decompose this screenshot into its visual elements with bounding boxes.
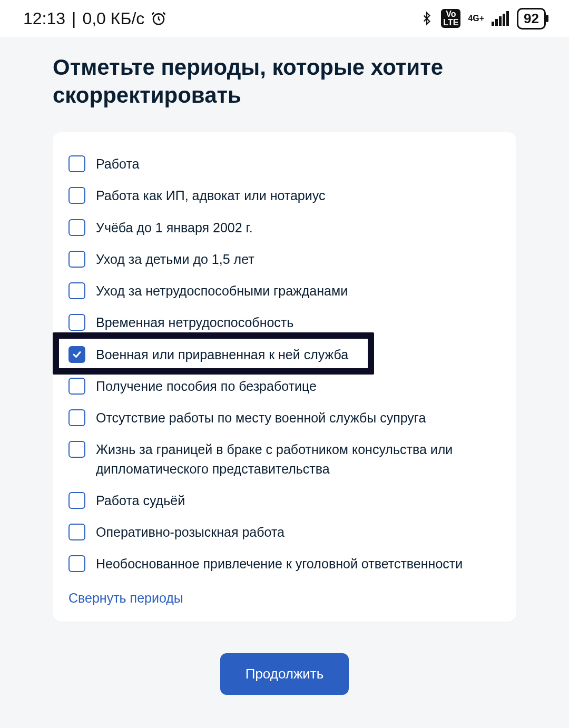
option-row[interactable]: Уход за нетрудоспособными гражданами xyxy=(68,275,501,307)
option-row[interactable]: Получение пособия по безработице xyxy=(68,370,501,402)
checkbox[interactable] xyxy=(68,346,85,363)
continue-wrap: Продолжить xyxy=(53,653,516,695)
option-row[interactable]: Отсутствие работы по месту военной служб… xyxy=(68,402,501,434)
checkbox[interactable] xyxy=(68,555,85,572)
checkbox[interactable] xyxy=(68,492,85,509)
option-label: Военная или приравненная к ней служба xyxy=(96,345,348,364)
checkbox[interactable] xyxy=(68,441,85,458)
checkbox[interactable] xyxy=(68,409,85,426)
statusbar-time: 12:13 xyxy=(23,9,65,28)
option-row[interactable]: Работа как ИП, адвокат или нотариус xyxy=(68,180,501,211)
option-row[interactable]: Временная нетрудоспособность xyxy=(68,307,501,338)
svg-rect-1 xyxy=(492,22,494,26)
battery-percent: 92 xyxy=(524,11,539,27)
option-label: Работа судьёй xyxy=(96,491,185,510)
options-card: РаботаРабота как ИП, адвокат или нотариу… xyxy=(53,132,516,622)
page-content: Отметьте периоды, которые хотите скоррек… xyxy=(0,37,569,726)
option-row[interactable]: Жизнь за границей в браке с работником к… xyxy=(68,434,501,485)
battery-indicator: 92 xyxy=(517,8,546,29)
checkbox[interactable] xyxy=(68,187,85,204)
option-label: Учёба до 1 января 2002 г. xyxy=(96,218,253,237)
svg-rect-5 xyxy=(506,11,509,26)
checkbox[interactable] xyxy=(68,282,85,299)
volte-icon: VoLTE xyxy=(441,9,460,28)
option-label: Оперативно-розыскная работа xyxy=(96,523,284,542)
svg-rect-3 xyxy=(499,16,502,26)
statusbar: 12:13 | 0,0 КБ/с VoLTE 4G+ ↑↓ xyxy=(0,0,569,37)
bluetooth-icon xyxy=(420,11,434,26)
option-row[interactable]: Уход за детьми до 1,5 лет xyxy=(68,243,501,275)
page-title: Отметьте периоды, которые хотите скоррек… xyxy=(53,54,516,109)
continue-button[interactable]: Продолжить xyxy=(220,653,349,695)
collapse-periods-link[interactable]: Свернуть периоды xyxy=(68,580,183,606)
option-label: Получение пособия по безработице xyxy=(96,377,317,396)
alarm-icon xyxy=(151,11,166,26)
statusbar-right: VoLTE 4G+ ↑↓ 92 xyxy=(420,8,546,29)
option-row[interactable]: Работа xyxy=(68,148,501,180)
svg-rect-4 xyxy=(503,14,505,26)
option-label: Отсутствие работы по месту военной служб… xyxy=(96,408,426,427)
option-row[interactable]: Работа судьёй xyxy=(68,485,501,516)
option-label: Временная нетрудоспособность xyxy=(96,313,293,332)
option-row[interactable]: Военная или приравненная к ней служба xyxy=(68,339,501,370)
checkbox[interactable] xyxy=(68,378,85,395)
svg-rect-2 xyxy=(495,19,498,26)
checkbox[interactable] xyxy=(68,155,85,172)
option-label: Жизнь за границей в браке с работником к… xyxy=(96,440,501,478)
option-label: Работа как ИП, адвокат или нотариус xyxy=(96,186,325,205)
option-label: Работа xyxy=(96,154,140,173)
option-label: Необоснованное привлечение к уголовной о… xyxy=(96,554,463,573)
option-row[interactable]: Необоснованное привлечение к уголовной о… xyxy=(68,548,501,579)
statusbar-data-rate: 0,0 КБ/с xyxy=(82,9,144,28)
option-label: Уход за нетрудоспособными гражданами xyxy=(96,281,348,300)
signal-bars-icon xyxy=(492,11,509,26)
option-row[interactable]: Учёба до 1 января 2002 г. xyxy=(68,212,501,243)
checkbox[interactable] xyxy=(68,219,85,236)
checkbox[interactable] xyxy=(68,314,85,331)
option-label: Уход за детьми до 1,5 лет xyxy=(96,250,254,269)
checkbox[interactable] xyxy=(68,524,85,540)
network-type: 4G+ ↑↓ xyxy=(468,14,484,23)
statusbar-left: 12:13 | 0,0 КБ/с xyxy=(23,9,166,28)
checkbox[interactable] xyxy=(68,251,85,268)
option-row[interactable]: Оперативно-розыскная работа xyxy=(68,516,501,548)
statusbar-separator: | xyxy=(72,9,76,28)
updown-arrows-icon: ↑↓ xyxy=(473,15,479,23)
